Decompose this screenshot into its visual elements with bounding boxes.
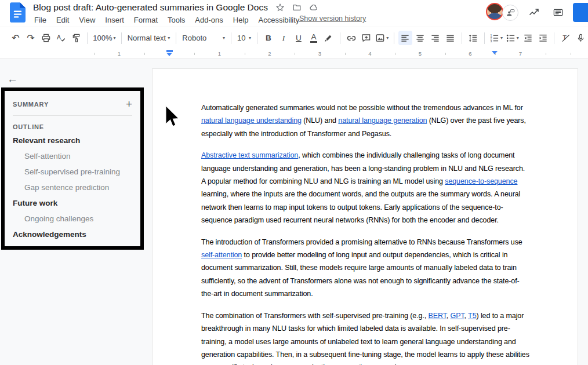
justify-button[interactable] <box>444 31 458 45</box>
menu-file[interactable]: File <box>34 16 46 24</box>
image-icon <box>375 33 385 43</box>
outline-item-future-work[interactable]: Future work <box>5 195 140 211</box>
trend-icon[interactable] <box>528 6 540 18</box>
add-comment-button[interactable] <box>360 31 373 45</box>
mouse-cursor <box>165 105 179 130</box>
mic-icon <box>576 33 586 43</box>
ruler-number: 7 <box>519 50 522 57</box>
redo-button[interactable]: ↷ <box>24 31 38 45</box>
star-icon[interactable] <box>275 3 285 12</box>
ruler-tick <box>395 53 395 55</box>
show-version-history-link[interactable]: Show version history <box>299 14 366 23</box>
spell-check-icon: A <box>56 33 66 43</box>
svg-text:A: A <box>56 34 60 41</box>
viewer-badge-icon[interactable] <box>502 5 518 21</box>
outline-item-ongoing-challenges[interactable]: Ongoing challenges <box>5 211 140 227</box>
numbered-list-button[interactable]: 123▾ <box>489 31 504 45</box>
document-page[interactable]: Automatically generated summaries would … <box>152 68 578 365</box>
font-size-select[interactable]: 10▾ <box>235 31 253 45</box>
undo-button[interactable]: ↶ <box>9 31 23 45</box>
toolbar-separator <box>462 32 462 44</box>
outline-item-relevant-research[interactable]: Relevant research <box>5 133 140 148</box>
add-summary-button[interactable]: + <box>126 98 132 110</box>
doc-link[interactable]: Abstractive text summarization <box>201 151 298 159</box>
ruler-tick <box>144 53 145 55</box>
print-button[interactable] <box>39 31 53 45</box>
underline-button[interactable]: U <box>292 31 306 45</box>
clear-formatting-button[interactable]: T <box>558 31 572 45</box>
decrease-indent-button[interactable] <box>521 31 535 45</box>
paint-format-button[interactable] <box>69 31 83 45</box>
voice-typing-button[interactable] <box>574 31 587 45</box>
outline-item-acknowledgements[interactable]: Acknowledgements <box>5 227 140 242</box>
text-color-button[interactable]: A <box>307 31 321 45</box>
outline-item-self-supervised-pre-training[interactable]: Self-supervised pre-training <box>5 164 140 180</box>
menu-view[interactable]: View <box>79 16 95 24</box>
increase-indent-button[interactable] <box>536 31 550 45</box>
clear-format-icon: T <box>561 33 571 43</box>
outline-item-self-attention[interactable]: Self-attention <box>5 148 140 164</box>
doc-link[interactable]: BERT <box>428 312 446 320</box>
doc-link[interactable]: sequence-to-sequence <box>445 177 517 185</box>
highlight-button[interactable] <box>322 31 336 45</box>
doc-link[interactable]: natural language generation <box>338 116 427 125</box>
menu-add-ons[interactable]: Add-ons <box>195 16 223 24</box>
right-indent-marker[interactable] <box>492 51 498 54</box>
ruler-number: 5 <box>419 50 422 57</box>
add-comment-icon <box>361 33 371 43</box>
chevron-down-icon: ▾ <box>223 35 225 41</box>
zoom-select[interactable]: 100%▾ <box>92 31 117 45</box>
outline-list: Relevant researchSelf-attentionSelf-supe… <box>5 133 140 242</box>
menu-accessibility[interactable]: Accessibility <box>259 16 300 24</box>
bold-button[interactable]: B <box>262 31 275 45</box>
menu-format[interactable]: Format <box>134 16 158 24</box>
insert-link-button[interactable] <box>344 31 358 45</box>
document-title[interactable]: Blog post draft: Auto-generated summarie… <box>33 2 268 13</box>
doc-link[interactable]: GPT <box>451 312 464 320</box>
align-left-button[interactable] <box>398 31 412 45</box>
toolbar-separator <box>394 32 394 44</box>
align-right-button[interactable] <box>429 31 442 45</box>
toolbar-separator <box>484 32 485 44</box>
share-button[interactable] <box>573 3 588 22</box>
title-row: Blog post draft: Auto-generated summarie… <box>33 1 318 13</box>
toolbar-separator <box>257 32 257 44</box>
toolbar-separator <box>231 32 231 44</box>
menu-tools[interactable]: Tools <box>168 16 185 24</box>
justify-icon <box>445 33 455 43</box>
ruler-tick <box>546 53 546 55</box>
outline-item-gap-sentence-prediction[interactable]: Gap sentence prediction <box>5 180 140 195</box>
underline-button-icon: U <box>295 34 303 42</box>
text-color-button-icon: A <box>310 33 317 43</box>
indent-icon <box>538 33 548 43</box>
redo-icon: ↷ <box>27 34 34 43</box>
ruler-tick <box>571 53 571 55</box>
google-docs-logo-icon[interactable] <box>10 2 26 23</box>
back-arrow-icon[interactable]: ← <box>7 74 18 85</box>
doc-link[interactable]: T5 <box>468 312 476 320</box>
doc-link[interactable]: natural language understanding <box>201 116 302 125</box>
style-select[interactable]: Normal text▾ <box>126 31 172 45</box>
line-spacing-button[interactable] <box>466 31 480 45</box>
move-folder-icon[interactable] <box>292 3 302 12</box>
doc-link[interactable]: self-attention <box>201 251 242 259</box>
align-center-icon <box>415 33 425 43</box>
menu-help[interactable]: Help <box>233 16 249 24</box>
ruler-tick <box>445 53 446 55</box>
menu-insert[interactable]: Insert <box>105 16 124 24</box>
avatar[interactable] <box>486 3 503 20</box>
doc-text-segment: The combination of Transformers with sel… <box>201 312 428 320</box>
align-center-button[interactable] <box>413 31 427 45</box>
left-indent-marker[interactable] <box>166 50 173 56</box>
menu-edit[interactable]: Edit <box>56 16 69 24</box>
bulleted-list-button[interactable]: ▾ <box>504 31 520 45</box>
cloud-status-icon[interactable] <box>309 3 318 12</box>
comments-icon[interactable] <box>553 7 564 18</box>
ruler-number: 3 <box>318 50 321 57</box>
ruler-number: 4 <box>368 50 371 57</box>
insert-image-button[interactable]: ▾ <box>375 31 390 45</box>
doc-text-segment: The introduction of Transformers provide… <box>201 238 522 246</box>
spell-check-button[interactable]: A <box>54 31 68 45</box>
italic-button[interactable]: I <box>277 31 291 45</box>
font-select[interactable]: Roboto▾ <box>180 31 227 45</box>
